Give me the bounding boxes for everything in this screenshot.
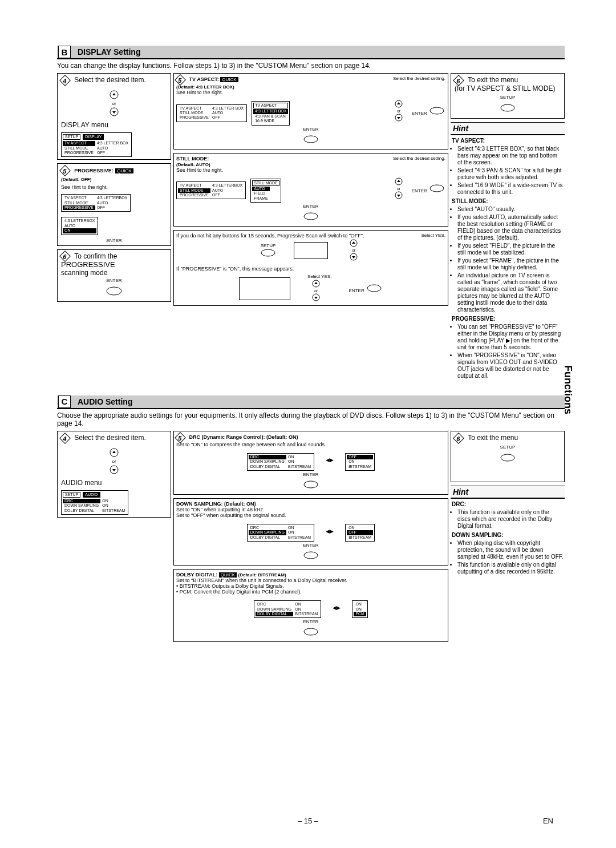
progressive-see-hint: See Hint to the right. [61,184,108,190]
progressive-right-block: If you do not hit any buttons for 15 sec… [173,230,448,306]
hint-prog-1: When "PROGRESSIVE" is "ON", video signal… [457,352,564,379]
hint-still-3: If you select "FRAME", the picture in th… [457,257,564,271]
still-mode-hint: See Hint to the right. [176,167,223,173]
dolby-default: (Default: BITSTREAM) [238,572,286,578]
still-mode-seltext: Select the desired setting. [393,156,445,161]
enter-tv: ENTER [412,107,445,116]
svg-text:or: or [314,289,318,293]
step-num-5-prog: 5 [59,165,71,176]
step-4-c: 4 Select the desired item. or AUDIO menu… [57,431,171,518]
tv-aspect-options: TV ASPECT 4:3 LETTER BOX 4:3 PAN & SCAN … [252,101,290,126]
step-num-5: 5 [175,74,186,86]
step-6-exit-c: 6 To exit the menu SETUP [451,431,565,482]
dpad-icon: or [61,89,167,118]
tv-aspect-default: (Default: 4:3 LETTER BOX) [176,84,234,90]
tv-aspect-label: TV ASPECT: [189,76,219,82]
manual-page: B DISPLAY Setting You can change the dis… [0,0,616,848]
section-b-title: DISPLAY Setting [78,47,140,56]
svg-point-3 [107,287,121,295]
tv-aspect-side-menu: TV ASPECT4:3 LETTER BOX STILL MODEAUTO P… [176,104,247,122]
step-6r-text2: (for TV ASPECT & STILL MODE) [455,84,556,92]
arrow-icon-ds: ◀▶ [326,528,334,534]
ds-menu-right: ON OFF BITSTREAM [345,524,375,542]
ds-menu-left: DRCON DOWN SAMPLINGON DOLBY DIGITALBITST… [247,524,314,542]
enter-6l-arrow: ENTER [349,284,383,293]
audio-mini-menu: SETUPAUDIO DRCON DOWN SAMPLINGON DOLBY D… [61,490,128,515]
dolby-label: DOLBY DIGITAL: [176,572,217,578]
section-c: C AUDIO Setting Choose the appropriate a… [57,395,565,646]
svg-point-8 [304,136,318,143]
svg-point-21 [367,285,381,292]
display-menu-label: DISPLAY menu [61,121,167,129]
dolby-desc1: Set to "BITSTREAM" when the unit is conn… [176,578,347,583]
enter-below-still: ENTER [176,204,445,209]
section-b-grid: 4 Select the desired item. or DISPLAY me… [57,73,565,384]
progressive-15sec: If you do not hit any buttons for 15 sec… [176,233,416,239]
svg-point-27 [304,552,318,559]
setup-label-6c: SETUP [455,445,561,450]
step-4-text: Select the desired item. [74,76,145,84]
section-c-leftcol: 4 Select the desired item. or AUDIO menu… [57,431,171,646]
display-mini-menu: SETUPDISPLAY TV ASPECT4:3 LETTER BOX STI… [61,132,132,158]
ds-label: DOWN SAMPLING: (Default: ON) [176,501,256,507]
progressive-default: (Default: OFF) [61,177,91,182]
hint-ds-0: When playing disc with copyright protect… [457,540,564,560]
hint-still-2: If you select "FIELD", the picture in th… [457,243,564,256]
tv-aspect-seltext: Select the desired setting. [393,76,445,81]
step-6r-text1: To exit the menu [468,76,518,84]
step-6-confirm: 6 To confirm the PROGRESSIVE scanning mo… [57,249,171,302]
section-b-midcol: 5 TV ASPECT: QUICK (Default: 4:3 LETTER … [173,73,448,384]
svg-text:or: or [397,109,401,113]
audio-menu-label: AUDIO menu [61,479,167,487]
enter-label-6l: ENTER [61,278,167,283]
section-c-midcol: 5 DRC (Dynamic Range Control): (Default:… [173,431,448,646]
enter-still: ENTER [412,184,445,193]
arrow-icon-dolby: ◀▶ [333,605,341,611]
enter-label-prog1: ENTER [61,238,167,243]
hint-still-4: An individual picture on TV screen is ca… [457,272,564,313]
drc-menu-right: OFF ON BITSTREAM [345,453,375,471]
hint-ds-hdr: DOWN SAMPLING: [452,532,504,538]
ds-desc2: Set to "OFF" when outputting the origina… [176,512,286,518]
progressive-screen-diagram [294,242,328,259]
tv-aspect-block: 5 TV ASPECT: QUICK (Default: 4:3 LETTER … [173,73,448,150]
section-c-title: AUDIO Setting [78,397,132,406]
svg-point-22 [501,104,514,111]
hint-drc-0: This function is available only on the d… [457,509,564,530]
setup-label-6r: SETUP [455,95,561,100]
progressive-msg-box [239,277,290,300]
hint-still-1: If you select AUTO, automatically select… [457,214,564,241]
dolby-b1: • BITSTREAM: Outputs a Dolby Digital Sig… [176,583,284,589]
drc-desc: Set to "ON" to compress the range betwee… [176,442,326,447]
dolby-menu-right: ON ON PCM [352,600,368,618]
svg-text:or: or [397,187,401,191]
svg-point-13 [304,213,318,220]
tv-aspect-hint: See Hint to the right. [176,90,223,95]
page-footer: – 15 – EN [0,817,616,825]
progressive-mini-menu-left: TV ASPECT4:3 LETTERBOX STILL MODEAUTO PR… [61,194,131,212]
dolby-b2: • PCM: Convert the Dolby Digital into PC… [176,589,302,595]
dpad-icon-c: or [61,447,167,475]
still-mode-block: STILL MODE: (Default: AUTO) See Hint to … [173,153,448,227]
hint-still-hdr: STILL MODE: [452,198,488,204]
progressive-select-yes: Select YES. [421,233,445,238]
still-mode-options: STILL MODE AUTO FIELD FRAME [250,179,281,203]
svg-point-26 [304,481,318,488]
side-tab-functions: Functions [560,360,576,420]
svg-text:or: or [352,248,356,252]
quick-badge: QUICK [115,168,133,173]
hint-ds-1: This function is available only on digit… [457,562,564,575]
step-4-b: 4 Select the desired item. or DISPLAY me… [57,73,171,160]
still-side-menu: TV ASPECT4:3 LETTERBOX STILL MODEAUTO PR… [176,181,246,199]
section-letter-c: C [58,395,71,408]
step-6-exit-b: 6 To exit the menu (for TV ASPECT & STIL… [451,73,565,119]
step-num-4: 4 [59,75,71,86]
step-6c-text: To exit the menu [468,434,518,442]
dpad-prog-yes: or [345,239,362,263]
enter-ds: ENTER [176,543,445,548]
hint-tv-1: Select "4:3 PAN & SCAN" for a full heigh… [457,167,564,181]
hint-still-0: Select "AUTO" usually. [457,206,564,213]
svg-text:or: or [112,101,116,106]
section-c-grid: 4 Select the desired item. or AUDIO menu… [57,431,565,646]
svg-point-12 [430,185,444,192]
